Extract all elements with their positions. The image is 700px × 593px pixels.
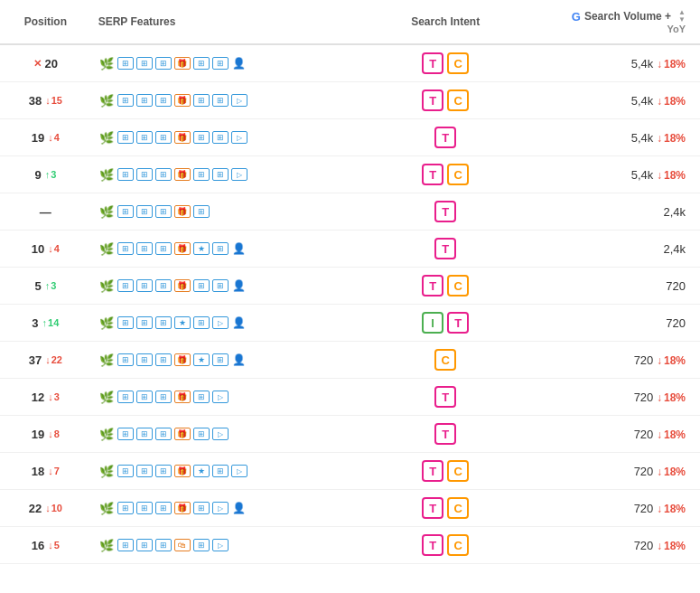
table-row: 38 15 🌿⊞⊞⊞🎁⊞⊞▷ TC 5,4k 18% (0, 82, 700, 119)
shopping-icon: 🎁 (174, 391, 191, 403)
badge-t: T (434, 238, 456, 259)
image-icon: ⊞ (212, 57, 229, 70)
position-number: 16 (32, 539, 44, 552)
video-icon: ▷ (212, 428, 229, 440)
volume-cell: 5,4k 18% (518, 44, 700, 82)
badge-t: T (447, 312, 469, 334)
intent-cell: T (373, 193, 518, 231)
volume-cell: 720 (518, 268, 700, 305)
serp-icons: 🌿⊞⊞⊞🎁⊞⊞▷ (98, 92, 366, 108)
shopping-icon: 🎁 (174, 205, 191, 218)
badge-t: T (422, 275, 443, 296)
shopping-icon: 🎁 (174, 353, 191, 366)
position-cell: 37 22 (0, 342, 91, 379)
image-icon: ⊞ (117, 242, 134, 255)
position-cell: 19 8 (0, 416, 91, 453)
position-cell: 19 4 (0, 119, 91, 156)
volume-value: 720 (634, 428, 654, 441)
leaf-icon: 🌿 (98, 426, 115, 442)
intent-badges: T (434, 423, 456, 445)
serp-cell: 🌿⊞⊞⊞🎁⊞⊞▷ (91, 156, 373, 193)
intent-badges: TC (422, 534, 469, 556)
image-icon: ⊞ (117, 57, 134, 70)
image-icon: ⊞ (155, 168, 172, 181)
yoy-value: 18% (657, 540, 686, 552)
intent-header[interactable]: Search Intent (373, 0, 518, 44)
serp-icons: 🌿⊞⊞⊞🎁★⊞▷ (98, 463, 366, 479)
image-icon: ⊞ (117, 391, 134, 403)
image-icon: ⊞ (155, 465, 172, 477)
serp-cell: 🌿⊞⊞⊞🎁⊞⊞▷ (91, 82, 373, 119)
image-icon: ⊞ (136, 502, 153, 514)
badge-t: T (422, 460, 443, 482)
serp-icons: 🌿⊞⊞⊞🎁⊞▷ (98, 426, 366, 442)
intent-badges: TC (422, 275, 469, 296)
serp-header[interactable]: SERP Features (91, 0, 373, 44)
position-number: 12 (32, 391, 44, 404)
image-icon: ⊞ (155, 57, 172, 70)
shop-icon: 🛍 (174, 539, 191, 551)
position-cell: 20 (0, 44, 91, 82)
volume-value: 5,4k (631, 57, 654, 71)
image-icon: ⊞ (117, 316, 134, 329)
volume-value: 720 (634, 539, 654, 552)
shopping-icon: 🎁 (174, 465, 191, 477)
position-cell: 38 15 (0, 82, 91, 119)
badge-c: C (447, 89, 469, 111)
position-change: 14 (42, 317, 60, 328)
serp-icons: 🌿⊞⊞⊞🎁⊞▷👤 (98, 500, 366, 516)
image-icon: ⊞ (136, 131, 153, 144)
intent-cell: TC (373, 527, 518, 564)
table-row: 18 7 🌿⊞⊞⊞🎁★⊞▷ TC 720 18% (0, 453, 700, 490)
intent-badges: TC (422, 52, 469, 74)
serp-icons: 🌿⊞⊞⊞🎁★⊞👤 (98, 240, 366, 257)
image-icon: ⊞ (117, 168, 134, 181)
position-cell: 12 3 (0, 379, 91, 416)
intent-cell: TC (373, 82, 518, 119)
image-icon: ⊞ (155, 428, 172, 440)
table-row: 3 14 🌿⊞⊞⊞★⊞▷👤 IT 720 (0, 305, 700, 342)
volume-value: 5,4k (631, 168, 654, 182)
table-row: 10 4 🌿⊞⊞⊞🎁★⊞👤 T 2,4k (0, 231, 700, 268)
volume-cell: 720 18% (518, 527, 700, 564)
serp-icons: 🌿⊞⊞⊞🎁⊞⊞👤 (98, 278, 366, 294)
image-icon: ⊞ (193, 205, 210, 218)
leaf-icon: 🌿 (98, 55, 115, 71)
badge-t: T (422, 534, 443, 556)
serp-cell: 🌿⊞⊞⊞🎁⊞▷ (91, 379, 373, 416)
position-number: 9 (34, 168, 41, 182)
badge-t: T (434, 127, 456, 148)
position-number: 22 (29, 502, 42, 515)
intent-cell: T (373, 379, 518, 416)
volume-cell: 720 18% (518, 342, 700, 379)
leaf-icon: 🌿 (98, 129, 115, 146)
serp-cell: 🌿⊞⊞⊞★⊞▷👤 (91, 305, 373, 342)
image-icon: ⊞ (136, 316, 153, 329)
image-icon: ⊞ (155, 391, 172, 403)
intent-badges: TC (422, 497, 469, 519)
image-icon: ⊞ (136, 428, 153, 440)
serp-icons: 🌿⊞⊞⊞🎁⊞▷ (98, 389, 366, 405)
position-header[interactable]: Position (0, 0, 91, 44)
shopping-icon: 🎁 (174, 242, 191, 255)
serp-cell: 🌿⊞⊞⊞🎁★⊞👤 (91, 231, 373, 268)
volume-cell: 2,4k (518, 231, 700, 268)
volume-header[interactable]: G Search Volume + ▲▼ YoY (518, 0, 700, 44)
image-icon: ⊞ (117, 465, 134, 477)
image-icon: ⊞ (136, 391, 153, 403)
table-row: 19 8 🌿⊞⊞⊞🎁⊞▷ T 720 18% (0, 416, 700, 453)
badge-c: C (447, 534, 469, 556)
table-row: 37 22 🌿⊞⊞⊞🎁★⊞👤 C 720 18% (0, 342, 700, 379)
image-icon: ⊞ (155, 502, 172, 514)
position-change: 10 (45, 503, 62, 513)
intent-cell: IT (373, 305, 518, 342)
image-icon: ⊞ (117, 205, 134, 218)
yoy-value: 18% (657, 428, 686, 441)
leaf-icon: 🌿 (98, 389, 115, 405)
volume-cell: 5,4k 18% (518, 82, 700, 119)
image-icon: ⊞ (136, 465, 153, 477)
position-cell: 9 3 (0, 156, 91, 193)
position-change: 15 (45, 95, 62, 106)
leaf-icon: 🌿 (98, 463, 115, 479)
badge-c: C (447, 460, 469, 482)
